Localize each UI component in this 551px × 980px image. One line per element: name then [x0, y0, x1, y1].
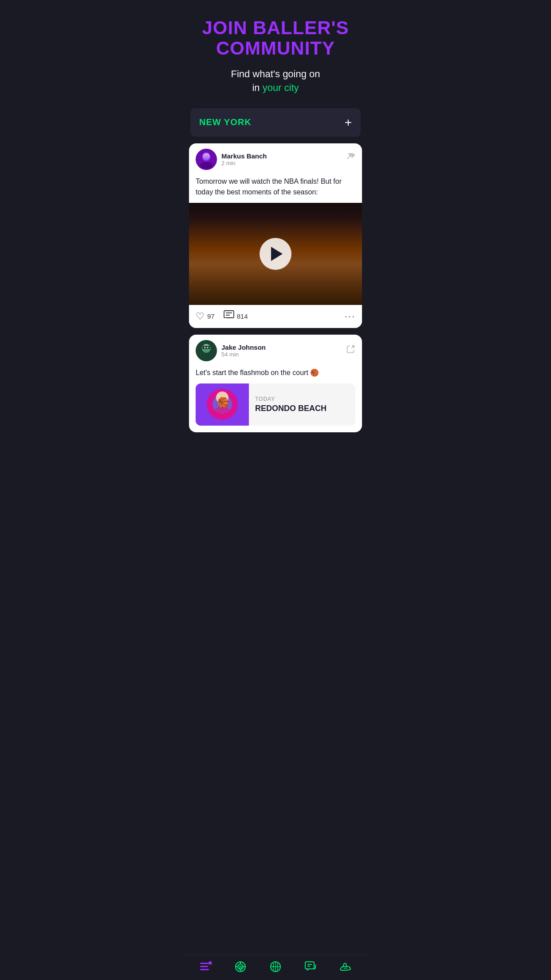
more-options-button-1[interactable]: ··· — [345, 311, 355, 322]
comment-button-1[interactable]: 814 — [224, 310, 248, 323]
comment-count-1: 814 — [237, 312, 248, 320]
avatar-jake — [196, 340, 217, 361]
title-line1: JOIN BALLER'S — [202, 17, 349, 38]
svg-point-6 — [205, 155, 205, 156]
svg-point-74 — [214, 407, 230, 415]
post-text-2: Let's start the flashmob on the court 🏀 — [189, 366, 362, 383]
city-name-label: NEW YORK — [199, 117, 252, 127]
add-city-button[interactable]: + — [345, 115, 352, 130]
like-button-1[interactable]: ♡ 97 — [196, 311, 215, 322]
svg-point-65 — [200, 353, 213, 360]
event-location-2: REDONDO BEACH — [255, 404, 349, 413]
share-button-1[interactable] — [346, 153, 355, 165]
post-text-1: Tomorrow we will watch the NBA finals! B… — [189, 174, 362, 203]
event-image-2: 🏀 — [196, 383, 249, 426]
subtitle-text1: Find what's going on — [231, 68, 320, 79]
svg-point-2 — [200, 162, 213, 169]
svg-rect-67 — [203, 346, 210, 349]
post-time-1: 2 min — [221, 160, 346, 166]
event-info-2: TODAY REDONDO BEACH — [249, 383, 355, 426]
avatar-markus-image — [196, 149, 217, 170]
header-section: JOIN BALLER'S COMMUNITY Find what's goin… — [184, 0, 367, 104]
heart-icon: ♡ — [196, 311, 205, 322]
post-header-1: Markus Banch 2 min — [189, 143, 362, 174]
event-illustration: 🏀 — [196, 383, 249, 426]
subtitle: Find what's going on in your city — [197, 67, 354, 95]
avatar-jake-image — [196, 340, 217, 361]
svg-point-69 — [207, 347, 209, 348]
post-user-info-1: Markus Banch 2 min — [221, 152, 346, 166]
svg-point-68 — [204, 347, 206, 348]
post-header-2: Jake Johnson 54 min — [189, 335, 362, 366]
event-card-2[interactable]: 🏀 TODAY REDONDO BEACH — [196, 383, 355, 426]
post-username-1: Markus Banch — [221, 152, 346, 160]
svg-text:🏀: 🏀 — [217, 396, 229, 408]
comment-icon — [224, 310, 234, 323]
svg-point-7 — [207, 155, 208, 156]
posts-container: Markus Banch 2 min Tomorrow we will watc… — [184, 143, 367, 432]
post-time-2: 54 min — [221, 351, 346, 358]
post-card-2: Jake Johnson 54 min Let's start the flas… — [189, 335, 362, 432]
post-video-1[interactable]: 8 11 18 20 DING — [189, 203, 362, 305]
post-username-2: Jake Johnson — [221, 344, 346, 351]
play-triangle-icon — [271, 247, 283, 261]
like-count-1: 97 — [207, 312, 215, 320]
main-title: JOIN BALLER'S COMMUNITY — [197, 18, 354, 59]
city-tab[interactable]: NEW YORK + — [190, 108, 361, 137]
title-line2: COMMUNITY — [216, 38, 335, 59]
post-user-info-2: Jake Johnson 54 min — [221, 344, 346, 358]
event-date-2: TODAY — [255, 396, 349, 402]
post-actions-1: ♡ 97 814 ··· — [189, 305, 362, 328]
play-button[interactable] — [260, 238, 291, 270]
share-arrow-icon — [346, 344, 355, 354]
subtitle-city: your city — [263, 82, 299, 93]
play-button-overlay[interactable] — [189, 203, 362, 305]
subtitle-text2: in — [252, 82, 262, 93]
share-button-2[interactable] — [346, 344, 355, 356]
svg-rect-60 — [224, 311, 234, 318]
post-card-1: Markus Banch 2 min Tomorrow we will watc… — [189, 143, 362, 328]
avatar-markus — [196, 149, 217, 170]
